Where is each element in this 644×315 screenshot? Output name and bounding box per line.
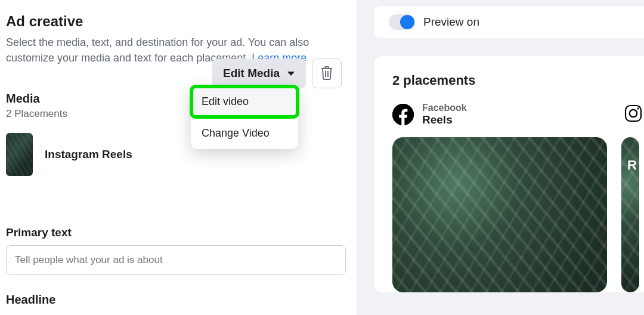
media-item-name: Instagram Reels [45,148,132,161]
instagram-icon [623,103,644,126]
edit-media-button[interactable]: Edit Media [212,58,306,88]
placements-panel-title: 2 placements [392,73,644,88]
placement-preview-facebook [392,137,607,292]
toggle-knob [400,15,414,29]
ad-creative-title: Ad creative [6,13,351,30]
edit-media-label: Edit Media [223,67,280,80]
edit-video-option[interactable]: Edit video [191,86,298,118]
preview-toggle[interactable] [389,14,415,30]
headline-label: Headline [6,293,351,307]
media-thumbnail[interactable] [6,133,33,176]
svg-point-2 [630,110,637,117]
preview-toggle-label: Preview on [423,16,479,29]
facebook-icon [392,104,414,125]
primary-text-input[interactable] [6,245,346,275]
placement-card-instagram[interactable]: R [623,103,644,292]
svg-point-3 [637,107,639,109]
change-video-option[interactable]: Change Video [191,118,298,149]
trash-icon [320,66,333,82]
chevron-down-icon [287,67,295,80]
delete-media-button[interactable] [312,58,342,88]
media-section-label: Media [6,92,132,106]
placement-platform: Facebook [422,103,467,113]
placement-format: Reels [422,113,467,126]
partial-letter: R [627,158,637,173]
edit-media-dropdown: Edit video Change Video [191,86,298,149]
placement-preview-instagram: R [621,137,639,292]
media-placements-count: 2 Placements [6,108,132,120]
primary-text-label: Primary text [6,226,351,239]
placement-card-facebook[interactable]: Facebook Reels [392,103,613,292]
